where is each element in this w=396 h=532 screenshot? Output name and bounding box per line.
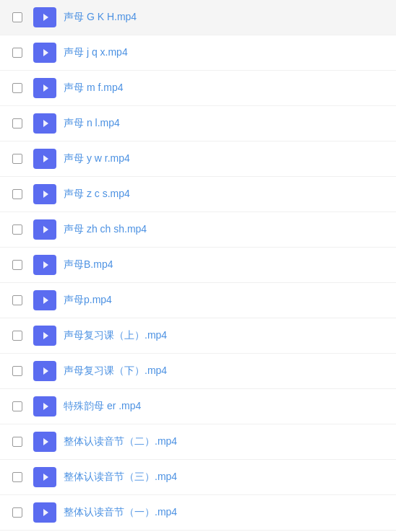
list-item: 整体认读音节（二）.mp4: [0, 424, 396, 460]
checkbox-area: [9, 366, 26, 376]
video-file-icon: [33, 502, 56, 523]
video-file-icon: [33, 113, 56, 134]
list-item: 声母 n l.mp4: [0, 106, 396, 141]
file-name[interactable]: 整体认读音节（二）.mp4: [64, 435, 387, 448]
file-checkbox[interactable]: [12, 224, 22, 235]
list-item: 整体认读音节（三）.mp4: [0, 460, 396, 495]
list-item: 整体认读音节（一）.mp4: [0, 495, 396, 531]
file-name[interactable]: 整体认读音节（三）.mp4: [64, 471, 387, 484]
checkbox-area: [9, 12, 26, 22]
checkbox-area: [9, 401, 26, 411]
file-name[interactable]: 声母 j q x.mp4: [64, 46, 387, 59]
video-file-icon: [33, 78, 56, 98]
file-name[interactable]: 声母 z c s.mp4: [64, 188, 387, 201]
video-file-icon: [33, 361, 56, 381]
video-file-icon: [33, 326, 56, 346]
file-list: 声母 G K H.mp4声母 j q x.mp4声母 m f.mp4声母 n l…: [0, 0, 396, 532]
file-name[interactable]: 声母 m f.mp4: [64, 82, 387, 95]
list-item: 声母p.mp4: [0, 283, 396, 318]
video-file-icon: [33, 396, 56, 417]
video-file-icon: [33, 149, 56, 169]
file-name[interactable]: 声母复习课（上）.mp4: [64, 329, 387, 342]
file-name[interactable]: 声母B.mp4: [64, 258, 387, 271]
file-name[interactable]: 声母p.mp4: [64, 294, 387, 307]
checkbox-area: [9, 260, 26, 270]
file-checkbox[interactable]: [12, 401, 22, 411]
file-name[interactable]: 声母 zh ch sh.mp4: [64, 223, 387, 236]
checkbox-area: [9, 224, 26, 235]
video-file-icon: [33, 184, 56, 204]
file-name[interactable]: 声母复习课（下）.mp4: [64, 365, 387, 378]
list-item: 声母 m f.mp4: [0, 71, 396, 106]
file-checkbox[interactable]: [12, 12, 22, 22]
list-item: 声母复习课（下）.mp4: [0, 354, 396, 389]
checkbox-area: [9, 295, 26, 305]
file-checkbox[interactable]: [12, 48, 22, 58]
checkbox-area: [9, 48, 26, 58]
file-name[interactable]: 声母 y w r.mp4: [64, 152, 387, 165]
file-checkbox[interactable]: [12, 437, 22, 447]
file-name[interactable]: 声母 n l.mp4: [64, 117, 387, 130]
list-item: 声母复习课（上）.mp4: [0, 318, 396, 354]
checkbox-area: [9, 118, 26, 128]
file-checkbox[interactable]: [12, 260, 22, 270]
checkbox-area: [9, 83, 26, 93]
file-name[interactable]: 声母 G K H.mp4: [64, 11, 387, 24]
list-item: 声母 y w r.mp4: [0, 141, 396, 177]
list-item: 特殊韵母 er .mp4: [0, 389, 396, 424]
checkbox-area: [9, 437, 26, 447]
video-file-icon: [33, 467, 56, 487]
file-checkbox[interactable]: [12, 154, 22, 164]
checkbox-area: [9, 154, 26, 164]
checkbox-area: [9, 472, 26, 482]
video-file-icon: [33, 219, 56, 240]
file-checkbox[interactable]: [12, 366, 22, 376]
video-file-icon: [33, 7, 56, 27]
file-checkbox[interactable]: [12, 507, 22, 518]
video-file-icon: [33, 432, 56, 452]
video-file-icon: [33, 255, 56, 275]
file-name[interactable]: 整体认读音节（一）.mp4: [64, 506, 387, 519]
list-item: 声母 z c s.mp4: [0, 177, 396, 212]
file-checkbox[interactable]: [12, 189, 22, 199]
file-checkbox[interactable]: [12, 472, 22, 482]
list-item: 声母 G K H.mp4: [0, 0, 396, 35]
checkbox-area: [9, 507, 26, 518]
list-item: 声母 j q x.mp4: [0, 35, 396, 71]
checkbox-area: [9, 189, 26, 199]
list-item: 声母 zh ch sh.mp4: [0, 212, 396, 248]
file-checkbox[interactable]: [12, 118, 22, 128]
file-name[interactable]: 特殊韵母 er .mp4: [64, 400, 387, 413]
video-file-icon: [33, 43, 56, 63]
file-checkbox[interactable]: [12, 331, 22, 341]
video-file-icon: [33, 290, 56, 310]
checkbox-area: [9, 331, 26, 341]
file-checkbox[interactable]: [12, 83, 22, 93]
file-checkbox[interactable]: [12, 295, 22, 305]
list-item: 声母B.mp4: [0, 248, 396, 283]
